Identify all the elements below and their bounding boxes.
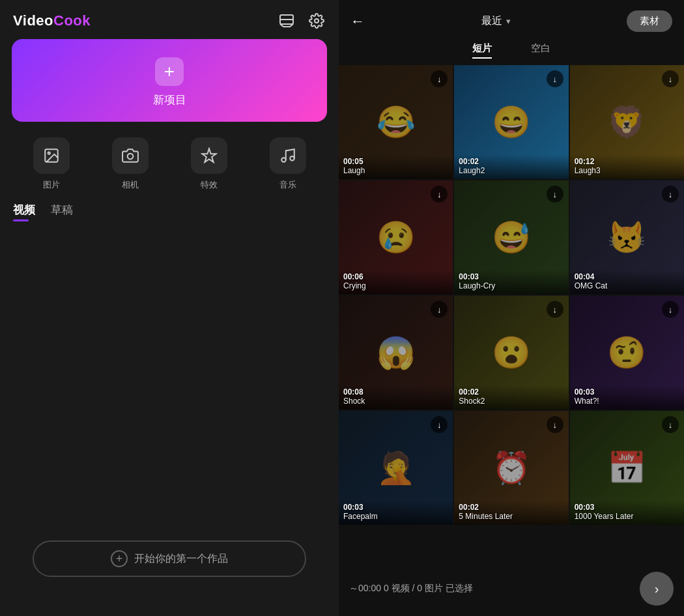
video-cell-3[interactable]: 🦁↓00:12Laugh3 <box>570 65 684 179</box>
start-first-work-button[interactable]: + 开始你的第一个作品 <box>33 540 306 577</box>
video-cell-6[interactable]: 😾↓00:04OMG Cat <box>570 180 684 294</box>
download-icon-2[interactable]: ↓ <box>547 70 563 87</box>
location-selector[interactable]: 最近 ▾ <box>481 14 511 28</box>
next-button[interactable]: › <box>640 572 674 606</box>
photo-icon <box>33 137 70 174</box>
next-icon: › <box>655 581 659 596</box>
video-duration-1: 00:05 <box>343 157 448 166</box>
photo-label: 图片 <box>43 179 60 191</box>
video-duration-4: 00:06 <box>343 272 448 281</box>
video-cell-7[interactable]: 😱↓00:08Shock <box>339 296 453 410</box>
right-header: ← 最近 ▾ 素材 <box>339 0 684 40</box>
video-info-10: 00:03Facepalm <box>339 500 453 525</box>
video-duration-12: 00:03 <box>575 503 679 512</box>
video-name-11: 5 Minutes Later <box>459 512 563 521</box>
logo-cook: Cook <box>53 12 91 29</box>
left-content-area: + 开始你的第一个作品 <box>0 225 339 616</box>
download-icon-11[interactable]: ↓ <box>547 416 563 433</box>
video-name-12: 1000 Years Later <box>575 512 679 521</box>
video-duration-11: 00:02 <box>459 503 563 512</box>
video-cell-11[interactable]: ⏰↓00:025 Minutes Later <box>454 411 568 525</box>
tab-draft[interactable]: 草稿 <box>51 203 73 221</box>
video-duration-2: 00:02 <box>459 157 563 166</box>
svg-point-6 <box>290 156 294 161</box>
duration-text: ～00:00 <box>349 583 381 593</box>
video-info-7: 00:08Shock <box>339 385 453 410</box>
right-panel: ← 最近 ▾ 素材 短片 空白 😂↓00:05Laugh😄↓00:02Laugh… <box>339 0 684 616</box>
header-icons <box>278 12 326 30</box>
download-icon-12[interactable]: ↓ <box>662 416 679 433</box>
video-info-2: 00:02Laugh2 <box>454 154 568 179</box>
video-name-4: Crying <box>343 281 448 290</box>
video-duration-5: 00:03 <box>459 272 563 281</box>
inbox-icon[interactable] <box>278 12 296 30</box>
svg-point-1 <box>315 19 319 23</box>
quick-actions-row: 图片 相机 特效 <box>0 133 339 203</box>
video-cell-10[interactable]: 🤦↓00:03Facepalm <box>339 411 453 525</box>
new-project-plus-icon: + <box>155 57 184 86</box>
left-tabs: 视频 草稿 <box>0 203 339 221</box>
video-info-9: 00:03What?! <box>570 385 684 410</box>
video-info-4: 00:06Crying <box>339 270 453 294</box>
location-text: 最近 <box>481 14 502 28</box>
sub-tabs-row: 短片 空白 <box>339 40 684 65</box>
video-info-12: 00:031000 Years Later <box>570 500 684 525</box>
music-icon <box>270 137 306 174</box>
video-info-11: 00:025 Minutes Later <box>454 500 568 525</box>
video-info-8: 00:02Shock2 <box>454 385 568 410</box>
camera-icon <box>112 137 149 174</box>
left-panel: VideoCook + 新项目 <box>0 0 339 616</box>
download-icon-9[interactable]: ↓ <box>662 301 679 318</box>
video-info-3: 00:12Laugh3 <box>570 154 684 179</box>
video-duration-8: 00:02 <box>459 387 563 397</box>
video-cell-8[interactable]: 😮↓00:02Shock2 <box>454 296 568 410</box>
new-project-label: 新项目 <box>153 92 186 107</box>
video-duration-3: 00:12 <box>575 157 679 166</box>
video-name-8: Shock2 <box>459 397 563 406</box>
video-cell-4[interactable]: 😢↓00:06Crying <box>339 180 453 294</box>
video-info-6: 00:04OMG Cat <box>570 270 684 294</box>
svg-point-5 <box>281 158 286 162</box>
settings-icon[interactable] <box>307 12 326 30</box>
video-cell-2[interactable]: 😄↓00:02Laugh2 <box>454 65 568 179</box>
bottom-bar: ～00:00 0 视频 / 0 图片 已选择 › <box>339 564 684 616</box>
video-cell-12[interactable]: 📅↓00:031000 Years Later <box>570 411 684 525</box>
sub-tab-blank[interactable]: 空白 <box>531 42 550 59</box>
material-button[interactable]: 素材 <box>627 10 672 32</box>
video-name-6: OMG Cat <box>575 281 679 290</box>
video-duration-7: 00:08 <box>343 387 448 397</box>
tab-video[interactable]: 视频 <box>13 203 35 221</box>
video-name-5: Laugh-Cry <box>459 281 563 290</box>
video-cell-9[interactable]: 🤨↓00:03What?! <box>570 296 684 410</box>
quick-action-music[interactable]: 音乐 <box>248 137 327 191</box>
quick-action-camera[interactable]: 相机 <box>91 137 169 191</box>
back-button[interactable]: ← <box>350 13 365 30</box>
svg-point-4 <box>127 154 133 160</box>
video-duration-10: 00:03 <box>343 503 448 512</box>
download-icon-6[interactable]: ↓ <box>662 186 679 203</box>
video-name-7: Shock <box>343 397 448 406</box>
video-grid: 😂↓00:05Laugh😄↓00:02Laugh2🦁↓00:12Laugh3😢↓… <box>339 65 684 564</box>
download-icon-5[interactable]: ↓ <box>547 186 563 203</box>
bottom-status-text: ～00:00 0 视频 / 0 图片 已选择 <box>349 583 473 595</box>
left-header: VideoCook <box>0 0 339 39</box>
location-chevron-icon: ▾ <box>506 16 511 26</box>
logo-video: Video <box>13 12 53 29</box>
download-icon-3[interactable]: ↓ <box>662 70 679 87</box>
effects-label: 特效 <box>201 179 218 191</box>
video-name-3: Laugh3 <box>575 166 679 175</box>
svg-point-3 <box>48 152 50 154</box>
video-info-1: 00:05Laugh <box>339 154 453 179</box>
video-cell-5[interactable]: 😅↓00:03Laugh-Cry <box>454 180 568 294</box>
video-name-2: Laugh2 <box>459 166 563 175</box>
video-name-9: What?! <box>575 397 679 406</box>
quick-action-effects[interactable]: 特效 <box>169 137 248 191</box>
quick-action-photo[interactable]: 图片 <box>12 137 91 191</box>
camera-label: 相机 <box>122 179 139 191</box>
new-project-button[interactable]: + 新项目 <box>12 39 327 122</box>
video-cell-1[interactable]: 😂↓00:05Laugh <box>339 65 453 179</box>
sub-tab-shorts[interactable]: 短片 <box>472 42 492 59</box>
effects-icon <box>191 137 227 174</box>
music-label: 音乐 <box>279 179 296 191</box>
download-icon-8[interactable]: ↓ <box>547 301 563 318</box>
